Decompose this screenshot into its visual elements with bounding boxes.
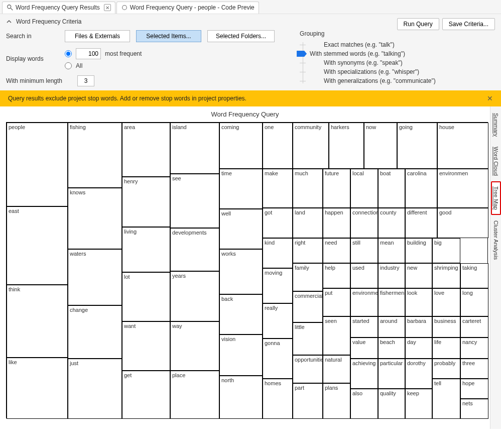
tab-code-preview[interactable]: Word Frequency Query - people - Code Pre… — [116, 2, 259, 14]
grouping-option[interactable]: With stemmed words (e.g. "talking") — [300, 49, 436, 58]
treemap-cell[interactable]: commercial — [293, 291, 323, 322]
treemap-cell[interactable]: help — [323, 263, 350, 288]
slider-marker-icon[interactable] — [297, 51, 307, 57]
radio-all[interactable] — [65, 62, 72, 69]
treemap-cell[interactable]: change — [68, 305, 122, 359]
treemap-cell[interactable]: county — [378, 208, 405, 238]
treemap-cell[interactable]: developments — [170, 228, 219, 271]
treemap-cell[interactable]: now — [364, 123, 397, 169]
treemap-cell[interactable]: way — [170, 321, 219, 371]
treemap-cell[interactable]: still — [350, 238, 378, 263]
treemap-cell[interactable]: put — [323, 288, 350, 316]
treemap-cell[interactable]: works — [219, 249, 263, 294]
treemap-cell[interactable]: love — [432, 288, 460, 316]
grouping-slider[interactable]: Exact matches (e.g. "talk")With stemmed … — [300, 40, 436, 85]
treemap-cell[interactable]: opportunities — [293, 355, 323, 383]
radio-most-frequent[interactable] — [65, 50, 72, 57]
treemap-cell[interactable]: see — [170, 174, 219, 228]
treemap-cell[interactable]: environment — [350, 288, 378, 316]
info-close-icon[interactable]: ✕ — [487, 94, 493, 102]
chevron-up-icon[interactable] — [6, 19, 12, 25]
treemap-cell[interactable]: just — [68, 359, 122, 419]
treemap-cell[interactable]: barbara — [405, 316, 432, 338]
treemap-cell[interactable]: area — [122, 123, 170, 177]
run-query-button[interactable]: Run Query — [397, 18, 439, 30]
treemap-cell[interactable]: three — [460, 359, 488, 379]
side-tab-word-cloud[interactable]: Word Cloud — [491, 142, 500, 180]
treemap-cell[interactable]: nets — [460, 399, 488, 419]
treemap-cell[interactable]: got — [263, 208, 293, 238]
grouping-option[interactable]: With generalizations (e.g. "communicate"… — [300, 76, 436, 85]
treemap-cell[interactable]: also — [350, 389, 378, 419]
treemap-cell[interactable]: around — [378, 316, 405, 338]
treemap-cell[interactable]: want — [122, 321, 170, 371]
treemap-cell[interactable]: living — [122, 227, 170, 272]
treemap-cell[interactable]: building — [405, 238, 432, 263]
selected-folders-button[interactable]: Selected Folders... — [207, 30, 275, 42]
treemap-cell[interactable]: well — [219, 209, 263, 249]
treemap-cell[interactable]: get — [122, 371, 170, 419]
treemap-cell[interactable]: harkers — [329, 123, 364, 169]
grouping-option[interactable]: With specializations (e.g. "whisper") — [300, 67, 436, 76]
treemap-cell[interactable]: natural — [323, 355, 350, 383]
treemap-cell[interactable]: north — [219, 376, 263, 419]
treemap-cell[interactable]: carolina — [405, 169, 437, 208]
treemap-cell[interactable]: new — [405, 263, 432, 288]
treemap-cell[interactable]: look — [405, 288, 432, 316]
treemap-cell[interactable]: seen — [323, 316, 350, 355]
treemap-cell[interactable]: different — [405, 208, 437, 238]
treemap-cell[interactable]: really — [263, 303, 293, 339]
treemap-cell[interactable]: gonna — [263, 339, 293, 379]
treemap-cell[interactable]: people — [7, 123, 68, 206]
treemap-cell[interactable]: tell — [432, 379, 460, 419]
tab-query-results[interactable]: Word Frequency Query Results ✕ — [2, 2, 115, 14]
treemap-cell[interactable]: island — [170, 123, 219, 174]
treemap-cell[interactable]: time — [219, 169, 263, 209]
treemap[interactable]: peopleeastthinklikefishingknowswaterscha… — [6, 122, 488, 418]
treemap-cell[interactable]: back — [219, 294, 263, 334]
treemap-cell[interactable]: good — [437, 208, 488, 238]
files-externals-button[interactable]: Files & Externals — [65, 30, 130, 42]
treemap-cell[interactable]: probably — [432, 359, 460, 379]
treemap-cell[interactable]: quality — [378, 389, 405, 419]
grouping-option[interactable]: With synonyms (e.g. "speak") — [300, 58, 436, 67]
treemap-cell[interactable]: nancy — [460, 338, 488, 359]
save-criteria-button[interactable]: Save Criteria... — [442, 18, 495, 30]
treemap-cell[interactable]: particular — [378, 359, 405, 389]
treemap-cell[interactable]: years — [170, 271, 219, 321]
treemap-cell[interactable]: think — [7, 285, 68, 358]
treemap-cell[interactable]: east — [7, 206, 68, 285]
selected-items-button[interactable]: Selected Items... — [136, 30, 201, 42]
treemap-cell[interactable]: homes — [263, 379, 293, 419]
treemap-cell[interactable]: part — [293, 383, 323, 419]
treemap-cell[interactable]: shrimping — [432, 263, 460, 288]
treemap-cell[interactable]: taking — [460, 263, 488, 288]
treemap-cell[interactable]: going — [397, 123, 437, 169]
treemap-cell[interactable]: fishing — [68, 123, 122, 188]
treemap-cell[interactable]: place — [170, 371, 219, 419]
treemap-cell[interactable]: much — [293, 169, 323, 208]
treemap-cell[interactable]: future — [323, 169, 350, 208]
treemap-cell[interactable]: knows — [68, 188, 122, 249]
treemap-cell[interactable]: land — [293, 208, 323, 238]
treemap-cell[interactable]: one — [263, 123, 293, 169]
treemap-cell[interactable]: family — [293, 263, 323, 291]
treemap-cell[interactable]: environmen — [437, 169, 488, 208]
treemap-cell[interactable]: vision — [219, 334, 263, 376]
treemap-cell[interactable]: keep — [405, 389, 432, 419]
treemap-cell[interactable]: used — [350, 263, 378, 288]
treemap-cell[interactable]: right — [293, 238, 323, 263]
side-tab-cluster-analysis[interactable]: Cluster Analysis — [491, 216, 500, 264]
treemap-cell[interactable]: fishermen — [378, 288, 405, 316]
treemap-cell[interactable]: need — [323, 238, 350, 263]
treemap-cell[interactable]: moving — [263, 268, 293, 303]
treemap-cell[interactable]: kind — [263, 238, 293, 268]
treemap-cell[interactable]: beach — [378, 338, 405, 359]
treemap-cell[interactable]: coming — [219, 123, 263, 169]
treemap-cell[interactable]: industry — [378, 263, 405, 288]
treemap-cell[interactable]: happen — [323, 208, 350, 238]
treemap-cell[interactable]: make — [263, 169, 293, 208]
treemap-cell[interactable]: dorothy — [405, 359, 432, 389]
min-length-input[interactable] — [77, 75, 94, 86]
treemap-cell[interactable]: started — [350, 316, 378, 338]
